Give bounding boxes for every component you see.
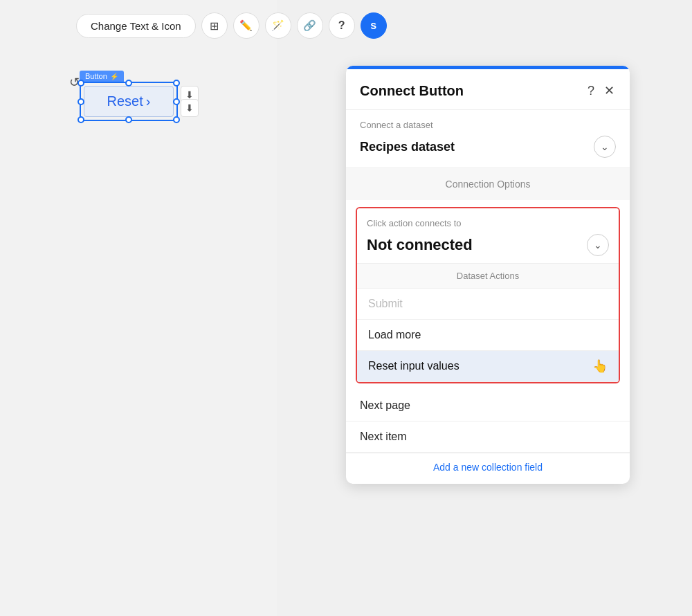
handle-ml[interactable] [78, 98, 84, 105]
next-page-label: Next page [360, 399, 410, 411]
button-arrow: › [146, 93, 151, 109]
click-action-section: Click action connects to Not connected ⌄ [357, 208, 619, 263]
panel-header: Connect Button ? ✕ [346, 69, 630, 109]
toolbar: Change Text & Icon ⊞ ✏️ 🪄 🔗 ? s [76, 12, 387, 39]
canvas-element: Button ⚡ Reset › ⬇ ⬇ [80, 69, 178, 121]
handle-br[interactable] [173, 116, 180, 123]
add-collection-label: Add a new collection field [433, 462, 543, 473]
handle-mr[interactable] [173, 98, 180, 105]
button-text: Reset [107, 93, 143, 109]
chevron-down-icon: ⌄ [601, 141, 609, 152]
dataset-select[interactable]: Recipes dataset ⌄ [360, 136, 616, 158]
not-connected-chevron[interactable]: ⌄ [587, 234, 609, 256]
submit-label: Submit [368, 298, 403, 309]
handle-bl[interactable] [78, 116, 84, 123]
dropdown-item-submit[interactable]: Submit [357, 289, 619, 320]
help-icon-button[interactable]: ? [329, 12, 355, 39]
link-icon: 🔗 [303, 19, 316, 32]
element-label-icon: ⚡ [110, 73, 118, 80]
download-icon-bottom: ⬇ [185, 102, 194, 114]
dropdown-panel: Dataset Actions Submit Load more Reset i… [357, 263, 619, 382]
not-connected-select[interactable]: Not connected ⌄ [367, 234, 609, 256]
link-icon-button[interactable]: 🔗 [297, 12, 323, 39]
panel-header-icons: ? ✕ [586, 82, 616, 100]
canvas-reset-button[interactable]: Reset › [84, 86, 174, 117]
handle-tr[interactable] [173, 80, 180, 87]
eraser-icon: 🪄 [271, 19, 284, 32]
help-icon: ? [338, 19, 345, 32]
handle-bm[interactable] [125, 116, 132, 123]
chevron-down-icon-2: ⌄ [594, 239, 602, 251]
dropdown-section-header: Dataset Actions [357, 264, 619, 289]
dataset-section-label: Connect a dataset [360, 120, 616, 130]
dropdown-item-load-more[interactable]: Load more [357, 320, 619, 351]
dropdown-item-reset[interactable]: Reset input values 👆 [357, 351, 619, 382]
handle-tm[interactable] [125, 80, 132, 87]
close-icon: ✕ [604, 84, 614, 98]
panel-help-icon: ? [588, 84, 594, 98]
not-connected-text: Not connected [367, 236, 473, 254]
change-text-button[interactable]: Change Text & Icon [76, 14, 196, 38]
connection-options-section: Connection Options [346, 167, 630, 200]
selection-box: Reset › ⬇ ⬇ [80, 82, 178, 121]
user-icon-button[interactable]: s [361, 12, 387, 39]
below-item-next-page[interactable]: Next page [346, 390, 630, 422]
reset-input-label: Reset input values [368, 360, 459, 372]
dataset-section: Connect a dataset Recipes dataset ⌄ [346, 109, 630, 167]
next-item-label: Next item [360, 431, 407, 442]
pen-icon-button[interactable]: ✏️ [233, 12, 260, 39]
handle-tl[interactable] [78, 80, 84, 87]
user-avatar-icon: s [370, 19, 376, 32]
eraser-icon-button[interactable]: 🪄 [265, 12, 291, 39]
panel-close-button[interactable]: ✕ [603, 82, 616, 100]
connection-options-label: Connection Options [446, 179, 531, 190]
layout-icon: ⊞ [210, 19, 219, 33]
pen-icon: ✏️ [239, 19, 253, 32]
below-item-next-item[interactable]: Next item [346, 422, 630, 453]
cursor-icon: 👆 [592, 359, 608, 374]
below-section: Next page Next item Add a new collection… [346, 390, 630, 484]
add-collection-link[interactable]: Add a new collection field [346, 453, 630, 481]
connect-button-panel: Connect Button ? ✕ Connect a dataset Rec… [346, 66, 630, 484]
dataset-chevron[interactable]: ⌄ [594, 136, 616, 158]
layout-icon-button[interactable]: ⊞ [201, 12, 228, 39]
panel-help-button[interactable]: ? [586, 82, 596, 100]
element-label: Button ⚡ [80, 71, 124, 82]
download-handle-bottom[interactable]: ⬇ [181, 99, 199, 117]
click-action-label: Click action connects to [367, 218, 609, 228]
highlighted-section: Click action connects to Not connected ⌄… [356, 207, 620, 383]
panel-title: Connect Button [360, 83, 464, 99]
dataset-name: Recipes dataset [360, 140, 455, 154]
load-more-label: Load more [368, 329, 421, 341]
